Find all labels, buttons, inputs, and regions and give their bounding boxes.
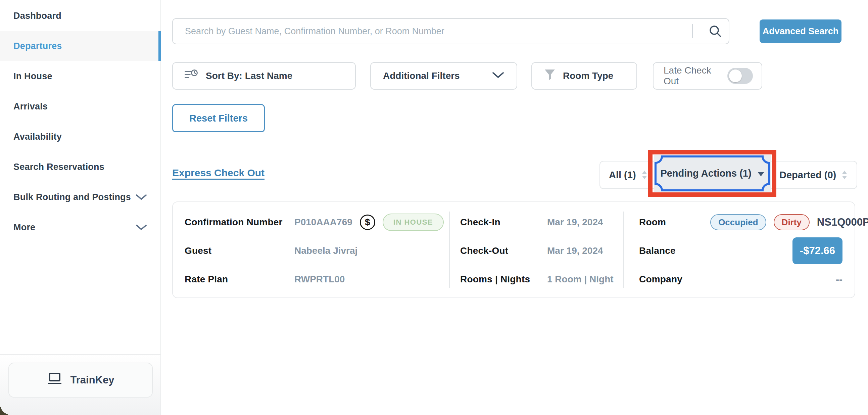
balance-amount-badge[interactable]: -$72.66: [793, 237, 842, 264]
active-indicator-bar: [158, 31, 161, 61]
reservation-card: Confirmation Number P010AAA769 $ IN HOUS…: [172, 202, 855, 298]
dollar-sign-icon[interactable]: $: [360, 214, 375, 230]
tab-pending-label: Pending Actions (1): [660, 168, 751, 179]
confirmation-number-label: Confirmation Number: [185, 213, 283, 232]
card-column-divider: [623, 211, 624, 288]
sidebar-item-availability[interactable]: Availability: [0, 122, 160, 152]
chevron-down-icon: [135, 194, 147, 201]
sidebar-footer: TrainKey: [0, 354, 160, 415]
sidebar-item-label: More: [13, 222, 35, 233]
check-out-value: Mar 19, 2024: [547, 241, 603, 260]
check-in-value: Mar 19, 2024: [547, 213, 603, 232]
in-house-badge: IN HOUSE: [383, 213, 444, 231]
toggle-knob: [729, 69, 742, 82]
sidebar-item-label: Departures: [13, 41, 62, 51]
room-label: Room: [639, 217, 666, 228]
sidebar-item-label: Dashboard: [13, 11, 61, 21]
balance-cell: -$72.66: [793, 237, 842, 264]
reset-filters-button[interactable]: Reset Filters: [172, 104, 265, 132]
sort-arrows-icon: [841, 170, 847, 180]
chevron-down-icon: [492, 70, 504, 81]
sidebar-item-dashboard[interactable]: Dashboard: [0, 1, 160, 31]
sidebar-item-bulk-routing[interactable]: Bulk Routing and Postings: [0, 182, 160, 212]
room-type-filter-button[interactable]: Room Type: [531, 62, 637, 90]
room-type-label: Room Type: [563, 70, 613, 81]
trainkey-button[interactable]: TrainKey: [8, 363, 153, 397]
balance-label: Balance: [639, 237, 676, 264]
late-check-out-toggle[interactable]: [727, 68, 753, 84]
room-number-value: NS1Q000P...: [817, 216, 868, 228]
rate-plan-value: RWPRTL00: [294, 270, 345, 289]
dirty-status-badge: Dirty: [774, 214, 810, 230]
sort-arrows-icon: [642, 170, 648, 180]
sidebar-nav: Dashboard Departures In House Arrivals A…: [0, 0, 160, 242]
search-icon[interactable]: [702, 24, 729, 39]
caret-down-icon: [757, 172, 764, 176]
sort-by-time-icon: [184, 69, 198, 83]
tab-all[interactable]: All (1): [609, 161, 648, 189]
sidebar-item-label: Search Reservations: [13, 162, 104, 172]
sort-by-button[interactable]: Sort By: Last Name: [172, 62, 356, 90]
laptop-icon: [47, 373, 62, 388]
sidebar-item-label: Bulk Routing and Postings: [13, 192, 131, 203]
occupied-status-badge: Occupied: [710, 214, 766, 230]
rate-plan-label: Rate Plan: [185, 270, 228, 289]
sort-by-label: Sort By: Last Name: [206, 70, 292, 81]
check-in-label: Check-In: [460, 213, 500, 232]
company-label: Company: [639, 270, 682, 289]
express-check-out-link[interactable]: Express Check Out: [172, 167, 265, 179]
tab-departed-label: Departed (0): [779, 170, 836, 181]
additional-filters-dropdown[interactable]: Additional Filters: [370, 62, 517, 90]
departures-page: Dashboard Departures In House Arrivals A…: [0, 0, 868, 415]
sidebar-item-in-house[interactable]: In House: [0, 61, 160, 91]
trainkey-label: TrainKey: [70, 374, 115, 386]
sidebar: Dashboard Departures In House Arrivals A…: [0, 0, 161, 415]
search-input[interactable]: [173, 19, 692, 43]
sidebar-item-label: Arrivals: [13, 101, 48, 112]
confirmation-number-value[interactable]: P010AAA769: [294, 217, 352, 228]
sidebar-item-arrivals[interactable]: Arrivals: [0, 91, 160, 122]
room-row: Room Occupied Dirty NS1Q000P...: [639, 213, 842, 232]
tab-all-label: All (1): [609, 170, 636, 181]
check-out-label: Check-Out: [460, 241, 508, 260]
sidebar-item-more[interactable]: More: [0, 212, 160, 242]
advanced-search-button[interactable]: Advanced Search: [760, 20, 841, 43]
sidebar-item-search-reservations[interactable]: Search Reservations: [0, 152, 160, 182]
additional-filters-label: Additional Filters: [383, 70, 460, 81]
search-box: [172, 18, 730, 44]
sidebar-item-label: In House: [13, 71, 52, 82]
rooms-nights-value: 1 Room | Night: [547, 270, 614, 289]
late-check-out-label: Late Check Out: [663, 65, 727, 87]
tab-pending-actions[interactable]: Pending Actions (1): [654, 155, 771, 192]
late-check-out-filter: Late Check Out: [653, 62, 762, 90]
guest-value: Nabeela Jivraj: [294, 241, 358, 260]
company-value: --: [836, 270, 842, 289]
search-divider: [692, 24, 693, 38]
funnel-icon: [544, 69, 556, 83]
confirmation-number-group: P010AAA769 $ IN HOUSE: [294, 213, 444, 232]
sidebar-item-label: Availability: [13, 131, 62, 142]
card-column-divider: [449, 211, 450, 288]
sidebar-item-departures[interactable]: Departures: [0, 31, 160, 61]
chevron-down-icon: [135, 224, 147, 231]
tab-departed[interactable]: Departed (0): [779, 161, 847, 189]
rooms-nights-label: Rooms | Nights: [460, 270, 530, 289]
guest-label: Guest: [185, 241, 212, 260]
